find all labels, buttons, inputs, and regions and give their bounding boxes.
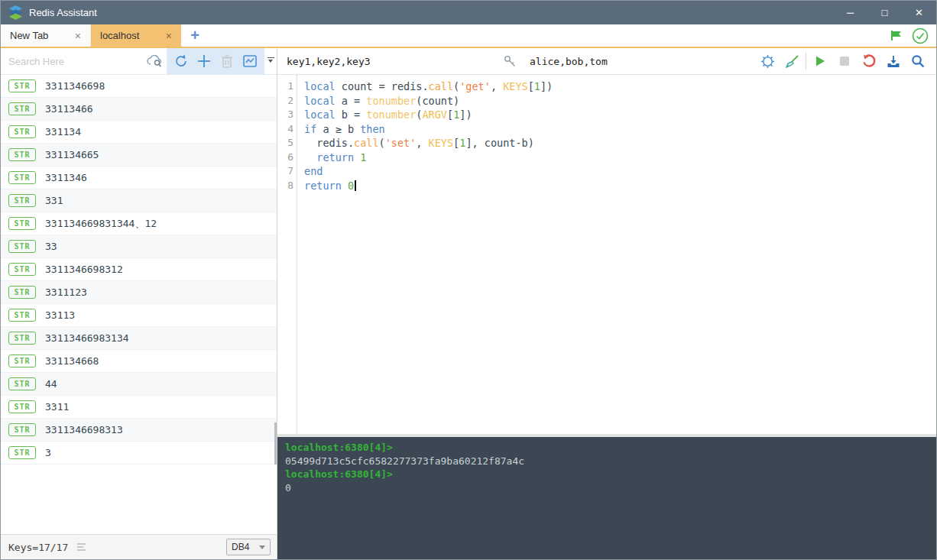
tab-localhost[interactable]: localhost × [91, 24, 181, 47]
key-name: 3311346698313 [45, 424, 123, 435]
key-type-badge: STR [8, 171, 36, 184]
console-line: 05499d713c5cfc6582277373fa9ba60212f87a4c [285, 455, 929, 468]
maximize-button[interactable]: □ [867, 1, 902, 24]
key-row[interactable]: STR 331 [1, 189, 277, 212]
script-args-input[interactable] [522, 56, 755, 67]
tab-new-tab[interactable]: New Tab × [1, 24, 91, 47]
key-type-badge: STR [8, 377, 36, 390]
key-row[interactable]: STR 3 [1, 442, 277, 465]
code-line: return 1 [304, 151, 936, 165]
tab-bar: New Tab × localhost × + [1, 24, 936, 48]
key-row[interactable]: STR 3311346698313 [1, 419, 277, 442]
flag-icon[interactable] [890, 30, 903, 41]
key-name: 33113 [45, 309, 75, 321]
key-row[interactable]: STR 3311346698 [1, 75, 277, 98]
key-name: 331134669831344、12 [45, 217, 157, 231]
key-type-badge: STR [8, 148, 36, 161]
key-row[interactable]: STR 33 [1, 235, 277, 258]
key-type-badge: STR [8, 102, 36, 115]
tab-label: localhost [100, 30, 139, 41]
line-number-gutter: 12345678 [277, 75, 297, 434]
key-type-badge: STR [8, 446, 36, 459]
key-type-badge: STR [8, 125, 36, 138]
code-line: if a ≥ b then [304, 122, 936, 137]
key-name: 331134 [45, 126, 81, 138]
chevron-down-icon [259, 545, 265, 552]
scan-keys-icon[interactable] [144, 48, 167, 75]
key-name: 3311 [45, 401, 69, 413]
clear-broom-icon[interactable] [780, 48, 804, 75]
toolbar-divider [806, 53, 806, 70]
tab-close-icon[interactable]: × [73, 30, 83, 42]
key-type-badge: STR [8, 309, 36, 322]
search-script-icon[interactable] [906, 48, 930, 75]
code-editor[interactable]: 12345678 local count = redis.call('get',… [277, 75, 936, 434]
check-circle-icon[interactable] [912, 28, 929, 44]
key-row[interactable]: STR 3311123 [1, 281, 277, 304]
stop-script-icon[interactable] [832, 48, 857, 75]
refresh-keys-icon[interactable] [170, 48, 193, 75]
key-type-badge: STR [8, 217, 36, 230]
monitor-chart-icon[interactable] [238, 48, 261, 75]
script-keys-input[interactable] [277, 56, 498, 67]
key-type-badge: STR [8, 194, 36, 207]
key-icon [498, 48, 522, 75]
key-row[interactable]: STR 3311346 [1, 167, 277, 189]
key-row[interactable]: STR 331134668 [1, 350, 277, 373]
save-script-icon[interactable] [881, 48, 906, 75]
key-type-badge: STR [8, 354, 36, 367]
key-type-badge: STR [8, 400, 36, 413]
app-logo-icon [8, 5, 23, 20]
key-type-badge: STR [8, 79, 36, 92]
key-name: 33113466983134 [45, 332, 129, 344]
code-line: return 0 [304, 179, 936, 193]
key-type-badge: STR [8, 286, 36, 299]
key-row[interactable]: STR 33113466 [1, 98, 277, 121]
panel-collapse-handle[interactable] [264, 48, 277, 75]
key-row[interactable]: STR 331134665 [1, 144, 277, 167]
key-name: 33 [45, 241, 57, 252]
reload-icon[interactable] [857, 48, 881, 75]
search-input[interactable] [1, 56, 144, 67]
list-view-icon[interactable] [77, 543, 86, 551]
code-line: local count = redis.call('get', KEYS[1]) [304, 79, 936, 94]
command-bar [277, 48, 936, 75]
key-row[interactable]: STR 44 [1, 373, 277, 396]
close-button[interactable]: ✕ [902, 1, 936, 24]
key-name: 3311346698 [45, 80, 105, 92]
console-line: localhost:6380[4]> [285, 441, 929, 455]
db-select[interactable]: DB4 [226, 539, 271, 555]
keys-panel: STR 3311346698 STR 33113466 STR 331134 [1, 48, 277, 559]
key-name: 331134665 [45, 149, 99, 160]
settings-gear-icon[interactable] [755, 48, 780, 75]
db-select-value: DB4 [232, 542, 249, 552]
tab-close-icon[interactable]: × [164, 30, 173, 42]
output-console[interactable]: localhost:6380[4]> 05499d713c5cfc6582277… [277, 437, 936, 559]
key-row[interactable]: STR 331134669831344、12 [1, 212, 277, 235]
minimize-button[interactable]: ─ [833, 1, 867, 24]
key-row[interactable]: STR 33113466983134 [1, 327, 277, 350]
add-key-icon[interactable] [193, 48, 216, 75]
key-name: 3311346698312 [45, 264, 123, 275]
list-scrollbar-thumb[interactable] [274, 422, 277, 465]
key-row[interactable]: STR 33113 [1, 304, 277, 327]
script-panel: 12345678 local count = redis.call('get',… [277, 48, 936, 559]
code-line: local a = tonumber(count) [304, 94, 936, 108]
script-toolbar [755, 48, 936, 75]
delete-key-icon[interactable] [216, 48, 238, 75]
key-type-badge: STR [8, 423, 36, 436]
console-line: localhost:6380[4]> [285, 468, 929, 481]
app-window: Redis Assistant ─ □ ✕ New Tab × localhos… [0, 0, 937, 560]
code-area[interactable]: local count = redis.call('get', KEYS[1])… [297, 75, 936, 434]
add-tab-button[interactable]: + [181, 24, 209, 47]
run-script-icon[interactable] [808, 48, 832, 75]
titlebar[interactable]: Redis Assistant ─ □ ✕ [1, 1, 936, 24]
app-title: Redis Assistant [29, 7, 97, 18]
key-row[interactable]: STR 3311346698312 [1, 258, 277, 281]
code-line: end [304, 164, 936, 179]
key-row[interactable]: STR 331134 [1, 121, 277, 144]
key-type-badge: STR [8, 332, 36, 345]
key-row[interactable]: STR 3311 [1, 396, 277, 419]
key-name: 3311123 [45, 286, 87, 298]
console-line: 0 [285, 481, 929, 495]
